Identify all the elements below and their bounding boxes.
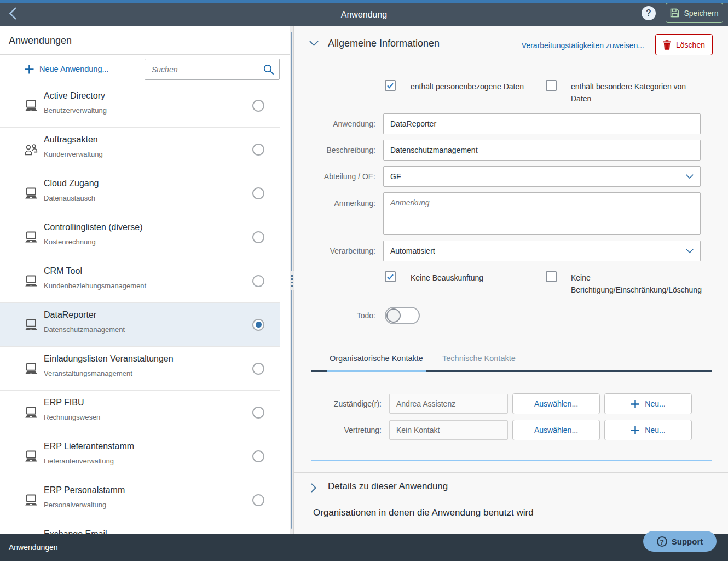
divider: [294, 502, 728, 502]
beschreibung-input[interactable]: [383, 140, 701, 161]
list-item[interactable]: Controllinglisten (diverse) Kostenrechnu…: [0, 215, 280, 259]
app-title: Auftragsakten: [44, 135, 103, 145]
app-title: ERP Personalstamm: [44, 485, 125, 495]
todo-toggle[interactable]: [385, 307, 420, 324]
list-item-text: ERP FIBU Rechnungswesen: [44, 398, 100, 421]
list-item[interactable]: ERP Personalstamm Personalverwaltung: [0, 478, 280, 522]
list-item[interactable]: DataReporter Datenschutzmanagement: [0, 303, 280, 347]
radio-button[interactable]: [252, 494, 264, 506]
radio-button[interactable]: [252, 187, 264, 199]
laptop-icon: [24, 407, 38, 419]
app-subtitle: Kundenbeziehungsmanagement: [44, 282, 146, 290]
list-item[interactable]: Cloud Zugang Datenaustausch: [0, 171, 280, 215]
list-item-text: CRM Tool Kundenbeziehungsmanagement: [44, 266, 146, 290]
footer-bar: Anwendungen: [0, 534, 728, 561]
list-item-text: Controllinglisten (diverse) Kostenrechnu…: [44, 222, 143, 246]
deputy-input[interactable]: [389, 420, 508, 440]
radio-button[interactable]: [252, 363, 264, 375]
main-panel: Allgemeine Informationen Verarbeitungstä…: [294, 26, 728, 534]
application-list: Active Directory Benutzerverwaltung Auft…: [0, 84, 280, 534]
responsible-new-button[interactable]: Neu...: [604, 393, 692, 414]
laptop-icon: [24, 100, 38, 112]
app-subtitle: Benutzerverwaltung: [44, 106, 107, 115]
splitter-handle[interactable]: [290, 26, 294, 534]
section-end-line: [311, 460, 712, 461]
save-button[interactable]: Speichern: [666, 3, 723, 23]
anwendung-input[interactable]: [383, 113, 701, 134]
top-bar: Anwendung ? Speichern: [0, 0, 728, 26]
list-item-text: ERP Lieferantenstamm Lieferantenverwaltu…: [44, 442, 134, 465]
checkbox-personal-data[interactable]: [385, 80, 396, 91]
radio-button[interactable]: [252, 319, 264, 331]
help-button[interactable]: ?: [642, 6, 656, 20]
app-subtitle: Kostenrechnung: [44, 238, 143, 246]
page-title: Anwendung: [0, 3, 728, 26]
checkbox-no-disclosure[interactable]: [385, 271, 396, 282]
collapse-section-chevron-down-icon[interactable]: [309, 41, 319, 47]
deputy-new-button[interactable]: Neu...: [604, 420, 692, 440]
list-item-text: DataReporter Datenschutzmanagement: [44, 310, 125, 334]
list-item-text: Active Directory Benutzerverwaltung: [44, 91, 107, 115]
abteilung-select[interactable]: [383, 166, 701, 187]
laptop-icon: [24, 450, 38, 462]
app-title: ERP FIBU: [44, 398, 100, 408]
radio-button[interactable]: [252, 231, 264, 243]
list-item-text: Einladungslisten Veranstaltungen Veranst…: [44, 354, 174, 377]
radio-button[interactable]: [252, 100, 264, 112]
delete-button[interactable]: Löschen: [655, 34, 713, 55]
support-button-label: Support: [672, 537, 703, 546]
sidebar: Anwendungen Neue Anwendung...: [0, 26, 290, 534]
assign-processing-activities-link[interactable]: Verarbeitungstätigkeiten zuweisen...: [522, 41, 644, 50]
app-subtitle: Rechnungswesen: [44, 413, 100, 421]
radio-button[interactable]: [252, 275, 264, 287]
list-item[interactable]: ERP Lieferantenstamm Lieferantenverwaltu…: [0, 434, 280, 478]
app-subtitle: Kundenverwaltung: [44, 150, 103, 158]
list-item[interactable]: ERP FIBU Rechnungswesen: [0, 391, 280, 434]
list-item[interactable]: Exchange Email: [0, 522, 280, 534]
field-label-abteilung: Abteilung / OE:: [294, 172, 375, 181]
save-button-label: Speichern: [684, 9, 718, 18]
laptop-icon: [24, 319, 38, 331]
list-item[interactable]: CRM Tool Kundenbeziehungsmanagement: [0, 259, 280, 303]
laptop-icon: [24, 275, 38, 287]
radio-button[interactable]: [252, 144, 264, 156]
expand-section-chevron-right-icon[interactable]: [311, 483, 317, 493]
search-icon[interactable]: [263, 64, 274, 75]
radio-button[interactable]: [252, 407, 264, 419]
verarbeitung-select[interactable]: [383, 241, 701, 261]
responsible-input[interactable]: [389, 394, 508, 414]
app-title: Cloud Zugang: [44, 179, 99, 188]
anmerkung-textarea[interactable]: [383, 192, 701, 235]
app-title: ERP Lieferantenstamm: [44, 442, 134, 451]
app-title: Exchange Email: [44, 529, 107, 534]
search-input[interactable]: [145, 59, 280, 80]
plus-icon: [24, 64, 34, 75]
checkbox-special-categories-label: enthält besondere Kategorien von Daten: [571, 81, 690, 105]
tab-technische-kontakte[interactable]: Technische Kontakte: [442, 354, 516, 363]
responsible-select-button[interactable]: Auswählen...: [512, 393, 600, 414]
list-item[interactable]: Einladungslisten Veranstaltungen Veranst…: [0, 347, 280, 391]
checkbox-special-categories[interactable]: [546, 80, 557, 91]
field-label-anmerkung: Anmerkung:: [294, 199, 375, 208]
details-section-title[interactable]: Details zu dieser Anwendung: [328, 481, 448, 492]
list-item[interactable]: Active Directory Benutzerverwaltung: [0, 84, 280, 128]
divider: [294, 528, 728, 528]
laptop-icon: [24, 231, 38, 243]
app-title: Active Directory: [44, 91, 107, 101]
deputy-label: Vertretung:: [294, 426, 382, 434]
save-icon: [670, 8, 679, 18]
new-button-label: Neu...: [645, 426, 665, 434]
breadcrumb[interactable]: Anwendungen: [9, 534, 58, 561]
laptop-icon: [24, 494, 38, 506]
support-button[interactable]: ? Support: [643, 531, 717, 552]
list-item[interactable]: Auftragsakten Kundenverwaltung: [0, 128, 280, 171]
delete-button-label: Löschen: [676, 41, 705, 49]
deputy-select-button[interactable]: Auswählen...: [512, 420, 600, 440]
new-application-button[interactable]: Neue Anwendung...: [24, 55, 109, 83]
field-label-verarbeitung: Verarbeitung:: [294, 247, 375, 255]
checkbox-no-rectification[interactable]: [546, 271, 557, 282]
radio-button[interactable]: [252, 450, 264, 462]
app-subtitle: Datenschutzmanagement: [44, 325, 125, 334]
question-mark-icon: ?: [657, 536, 667, 547]
tab-organisatorische-kontakte[interactable]: Organisatorische Kontakte: [330, 354, 423, 363]
